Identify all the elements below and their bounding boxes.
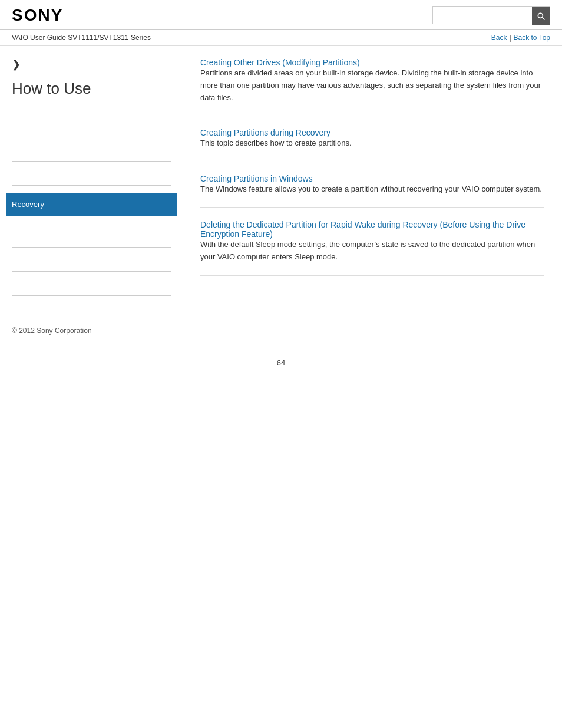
section-body-2: This topic describes how to create parti… — [200, 137, 544, 150]
content-section-4: Deleting the Dedicated Partition for Rap… — [200, 220, 544, 276]
content-section-1: Creating Other Drives (Modifying Partiti… — [200, 58, 544, 116]
nav-separator: | — [509, 34, 511, 42]
content-section-2: Creating Partitions during Recovery This… — [200, 128, 544, 162]
sidebar-item-recovery[interactable]: Recovery — [6, 193, 177, 216]
content-section-3: Creating Partitions in Windows The Windo… — [200, 174, 544, 208]
sidebar-item-1[interactable] — [12, 120, 171, 130]
search-input[interactable] — [433, 9, 527, 22]
section-body-3: The Windows feature allows you to create… — [200, 183, 544, 196]
footer: © 2012 Sony Corporation — [0, 315, 562, 347]
sidebar-item-5[interactable] — [12, 230, 171, 240]
sidebar-item-7[interactable] — [12, 279, 171, 288]
header: SONY — [0, 0, 562, 30]
copyright-text: © 2012 Sony Corporation — [12, 327, 92, 335]
section-title-2[interactable]: Creating Partitions during Recovery — [200, 128, 330, 137]
sidebar-divider-5 — [12, 223, 171, 223]
sub-header: VAIO User Guide SVT1111/SVT1311 Series B… — [0, 30, 562, 46]
search-icon — [536, 11, 546, 21]
sidebar-divider-7 — [12, 271, 171, 272]
sidebar-title: How to Use — [12, 80, 171, 98]
sidebar-divider-1 — [12, 113, 171, 113]
sidebar-divider-2 — [12, 137, 171, 137]
sidebar-divider-4 — [12, 185, 171, 186]
sidebar-item-3[interactable] — [12, 169, 171, 178]
sidebar: ❯ How to Use Recovery — [0, 46, 183, 315]
search-box — [432, 6, 550, 24]
nav-links: Back | Back to Top — [491, 34, 550, 42]
sidebar-item-2[interactable] — [12, 144, 171, 154]
content-area: Creating Other Drives (Modifying Partiti… — [183, 46, 562, 315]
back-to-top-link[interactable]: Back to Top — [514, 34, 550, 42]
section-title-4[interactable]: Deleting the Dedicated Partition for Rap… — [200, 220, 525, 239]
sidebar-divider-6 — [12, 247, 171, 248]
section-title-3[interactable]: Creating Partitions in Windows — [200, 174, 313, 183]
sony-logo: SONY — [12, 6, 63, 25]
page-number: 64 — [0, 347, 562, 379]
section-body-4: With the default Sleep mode settings, th… — [200, 239, 544, 263]
back-link[interactable]: Back — [491, 34, 507, 42]
sidebar-divider-8 — [12, 295, 171, 296]
main-container: ❯ How to Use Recovery Creating Other Dri… — [0, 46, 562, 315]
section-title-1[interactable]: Creating Other Drives (Modifying Partiti… — [200, 58, 360, 67]
search-button[interactable] — [532, 7, 550, 25]
sidebar-item-6[interactable] — [12, 255, 171, 264]
chevron-icon[interactable]: ❯ — [12, 58, 171, 71]
guide-title: VAIO User Guide SVT1111/SVT1311 Series — [12, 34, 151, 42]
section-body-1: Partitions are divided areas on your bui… — [200, 67, 544, 104]
sidebar-divider-3 — [12, 161, 171, 162]
